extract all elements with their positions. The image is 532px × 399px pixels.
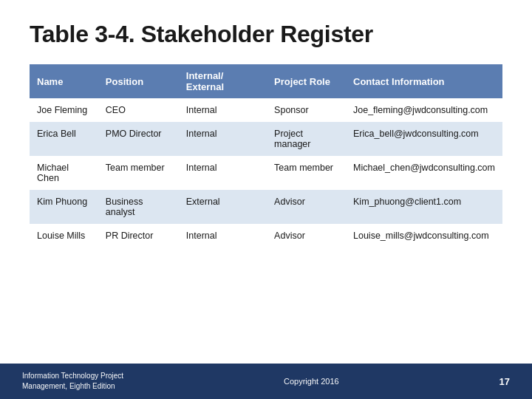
cell-project_role: Sponsor: [267, 98, 346, 122]
cell-name: Michael Chen: [30, 156, 98, 190]
cell-position: Team member: [98, 156, 179, 190]
col-header-name: Name: [30, 64, 98, 98]
cell-position: PMO Director: [98, 122, 179, 156]
slide: Table 3-4. Stakeholder Register Name Pos…: [0, 0, 532, 399]
col-header-position: Position: [98, 64, 179, 98]
table-row: Michael ChenTeam memberInternalTeam memb…: [30, 156, 502, 190]
cell-position: PR Director: [98, 224, 179, 248]
cell-internal_external: External: [179, 190, 267, 224]
cell-name: Joe Fleming: [30, 98, 98, 122]
table-wrapper: Name Position Internal/ External Project…: [30, 64, 502, 248]
col-header-internal-external: Internal/ External: [179, 64, 267, 98]
cell-project_role: Advisor: [267, 224, 346, 248]
table-row: Kim PhuongBusiness analystExternalAdviso…: [30, 190, 502, 224]
cell-contact: Kim_phuong@client1.com: [346, 190, 502, 224]
cell-contact: Erica_bell@jwdconsulting.com: [346, 122, 502, 156]
table-row: Erica BellPMO DirectorInternalProject ma…: [30, 122, 502, 156]
stakeholder-table: Name Position Internal/ External Project…: [30, 64, 502, 248]
footer-left-line2: Management, Eighth Edition: [22, 382, 115, 390]
cell-internal_external: Internal: [179, 98, 267, 122]
cell-contact: Louise_mills@jwdconsulting.com: [346, 224, 502, 248]
cell-name: Erica Bell: [30, 122, 98, 156]
col-header-project-role: Project Role: [267, 64, 346, 98]
footer: Information Technology Project Managemen…: [0, 364, 532, 399]
table-row: Joe FlemingCEOInternalSponsorJoe_fleming…: [30, 98, 502, 122]
footer-left-line1: Information Technology Project: [22, 372, 123, 380]
cell-project_role: Project manager: [267, 122, 346, 156]
cell-position: CEO: [98, 98, 179, 122]
cell-project_role: Advisor: [267, 190, 346, 224]
col-header-contact: Contact Information: [346, 64, 502, 98]
table-row: Louise MillsPR DirectorInternalAdvisorLo…: [30, 224, 502, 248]
footer-copyright: Copyright 2016: [284, 377, 339, 386]
cell-contact: Joe_fleming@jwdconsulting.com: [346, 98, 502, 122]
cell-internal_external: Internal: [179, 122, 267, 156]
cell-position: Business analyst: [98, 190, 179, 224]
cell-project_role: Team member: [267, 156, 346, 190]
footer-page-number: 17: [499, 376, 510, 387]
page-title: Table 3-4. Stakeholder Register: [30, 21, 502, 48]
table-header-row: Name Position Internal/ External Project…: [30, 64, 502, 98]
footer-left: Information Technology Project Managemen…: [22, 371, 123, 392]
cell-name: Kim Phuong: [30, 190, 98, 224]
cell-contact: Michael_chen@jwdconsulting.com: [346, 156, 502, 190]
cell-internal_external: Internal: [179, 224, 267, 248]
cell-name: Louise Mills: [30, 224, 98, 248]
cell-internal_external: Internal: [179, 156, 267, 190]
